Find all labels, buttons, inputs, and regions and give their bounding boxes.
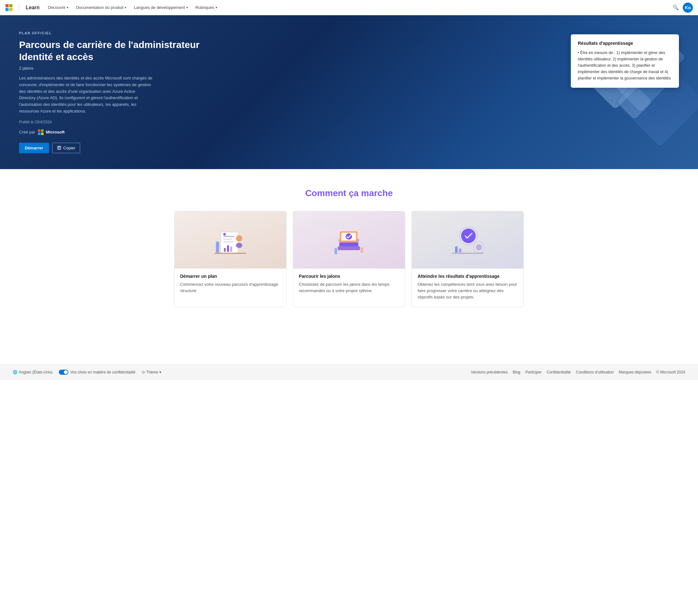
hero-section: PLAN OFFICIEL Parcours de carrière de l'… [0,15,698,169]
chevron-down-icon: ▾ [159,370,161,374]
copy-icon [57,146,61,150]
hero-published: Publié le 29/4/2024 [19,120,204,124]
how-card-image-2 [293,211,405,269]
avatar[interactable]: Ko [683,2,693,13]
theme-selector[interactable]: ⊙ Thème ▾ [142,370,161,374]
microsoft-logo-icon [5,4,13,12]
how-card-results: Atteindre les résultats d'apprentissage … [411,211,524,307]
navbar-nav: Découvrir ▾ Documentation du produit ▾ L… [45,4,673,11]
navbar-divider [19,4,19,12]
outcomes-card: Résultats d'apprentissage • Être en mesu… [571,34,679,88]
plan-label: PLAN OFFICIEL [19,31,204,35]
footer: 🌐 Anglais (États-Unis) Vos choix en mati… [0,364,698,380]
creator-name: Microsoft [46,130,65,134]
toggle-thumb [64,370,68,374]
svg-rect-15 [224,248,226,252]
start-plan-illustration [211,219,249,261]
chevron-down-icon: ▾ [215,6,217,9]
svg-rect-28 [335,248,337,254]
toggle-track[interactable] [59,370,68,375]
svg-rect-29 [361,247,363,253]
chevron-down-icon: ▾ [125,6,126,9]
svg-rect-34 [459,248,461,253]
start-button[interactable]: Démarrer [19,143,49,153]
search-icon[interactable]: 🔍 [673,4,679,11]
footer-link-previous-versions[interactable]: Versions précédentes [471,370,507,374]
how-card-text-3: Obtenez les compétences dont vous avez b… [418,281,518,300]
how-card-title-1: Démarrer un plan [180,274,280,279]
svg-rect-0 [5,4,9,7]
svg-rect-7 [41,132,44,135]
svg-point-18 [236,235,242,242]
how-section: Comment ça marche [0,169,698,326]
svg-rect-13 [223,239,232,240]
footer-link-terms[interactable]: Conditions d'utilisation [576,370,614,374]
how-card-text-2: Choisissez de parcourir les jalons dans … [299,281,399,294]
svg-rect-33 [455,246,458,253]
theme-icon: ⊙ [142,370,145,374]
copy-button[interactable]: Copier [52,143,80,153]
footer-link-participate[interactable]: Participer [525,370,542,374]
svg-rect-16 [227,245,229,252]
nav-product-docs[interactable]: Documentation du produit ▾ [73,4,129,11]
navbar: Learn Découvrir ▾ Documentation du produ… [0,0,698,15]
svg-point-36 [476,244,482,250]
svg-rect-4 [38,129,40,132]
svg-point-19 [236,243,242,248]
how-card-image-1 [174,211,286,269]
how-card-title-2: Parcourir les jalons [299,274,399,279]
microsoft-creator-logo-icon [38,129,44,135]
svg-rect-5 [41,129,44,132]
hero-description: Les administrateurs des identités et des… [19,75,153,115]
hero-buttons: Démarrer Copier [19,143,204,153]
svg-rect-21 [216,242,219,253]
footer-link-blog[interactable]: Blog [513,370,520,374]
chevron-down-icon: ▾ [67,6,68,9]
chevron-down-icon: ▾ [186,6,188,9]
hero-content: PLAN OFFICIEL Parcours de carrière de l'… [0,15,223,169]
hero-creator: Créé par Microsoft [19,129,204,135]
jalons-illustration [330,219,368,261]
results-illustration [449,219,487,261]
footer-link-trademarks[interactable]: Marques déposées [619,370,651,374]
footer-copyright: © Microsoft 2024 [656,370,685,374]
outcomes-card-text: • Être en mesure de : 1) implémenter et … [578,49,672,81]
how-card-start: Démarrer un plan Commencez votre nouveau… [174,211,287,307]
svg-rect-23 [339,243,358,246]
svg-rect-6 [38,132,40,135]
footer-link-privacy[interactable]: Confidentialité [547,370,571,374]
svg-rect-2 [5,8,9,11]
outcomes-card-title: Résultats d'apprentissage [578,41,672,46]
svg-rect-12 [223,236,234,237]
svg-rect-11 [221,232,238,253]
how-title: Comment ça marche [13,188,685,198]
svg-rect-30 [452,253,484,254]
svg-point-32 [461,229,476,243]
spacer [0,326,698,364]
how-card-body-1: Démarrer un plan Commencez votre nouveau… [174,269,286,300]
how-card-body-3: Atteindre les résultats d'apprentissage … [412,269,524,307]
how-card-jalons: Parcourir les jalons Choisissez de parco… [293,211,405,307]
navbar-actions: 🔍 Ko [673,2,693,13]
footer-right: Versions précédentes Blog Participer Con… [471,370,685,374]
footer-left: 🌐 Anglais (États-Unis) Vos choix en mati… [13,370,161,375]
how-card-image-3 [412,211,524,269]
logo-area: Learn [5,4,40,12]
how-card-body-2: Parcourir les jalons Choisissez de parco… [293,269,405,300]
globe-icon: 🌐 [13,370,17,374]
svg-rect-3 [9,8,12,11]
brand-name[interactable]: Learn [26,5,40,11]
how-cards-row: Démarrer un plan Commencez votre nouveau… [174,211,524,307]
svg-rect-22 [338,246,360,250]
svg-point-20 [223,233,226,235]
privacy-toggle[interactable]: Vos choix en matière de confidentialité [59,370,136,375]
svg-rect-14 [223,241,234,242]
svg-rect-17 [230,247,232,252]
hero-jalons: 2 jalons [19,66,204,71]
nav-topics[interactable]: Rubriques ▾ [192,4,220,11]
how-card-text-1: Commencez votre nouveau parcours d'appre… [180,281,280,294]
language-selector[interactable]: 🌐 Anglais (États-Unis) [13,370,53,374]
how-card-title-3: Atteindre les résultats d'apprentissage [418,274,518,279]
nav-dev-languages[interactable]: Langues de développement ▾ [131,4,191,11]
nav-discover[interactable]: Découvrir ▾ [45,4,72,11]
